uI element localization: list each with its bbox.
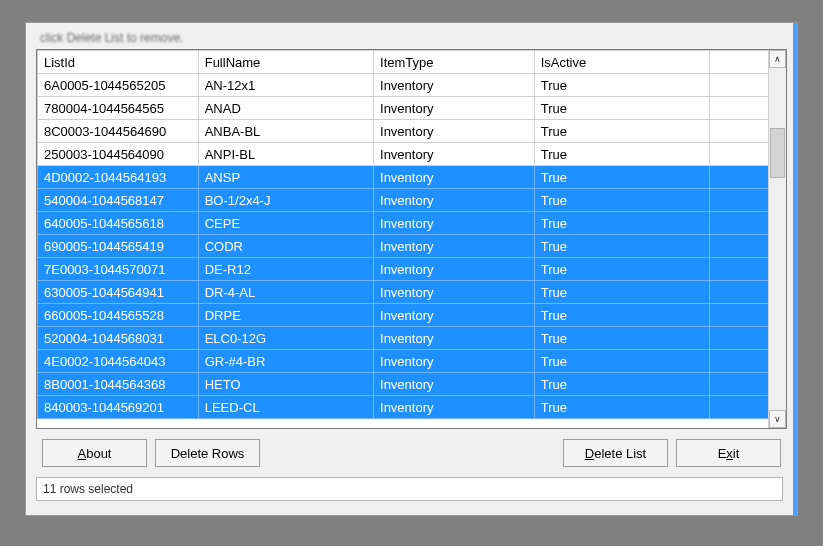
cell-itemtype[interactable]: Inventory	[374, 189, 535, 212]
cell-isactive[interactable]: True	[534, 258, 709, 281]
scroll-up-button[interactable]: ∧	[769, 50, 786, 68]
cell-spacer	[710, 281, 768, 304]
delete-rows-button[interactable]: Delete Rows	[155, 439, 260, 467]
table-row[interactable]: 690005-1044565419CODRInventoryTrue	[38, 235, 769, 258]
window-accent-bar	[793, 23, 797, 515]
cell-itemtype[interactable]: Inventory	[374, 74, 535, 97]
cell-listid[interactable]: 8C0003-1044564690	[38, 120, 199, 143]
col-header-fullname[interactable]: FullName	[198, 51, 373, 74]
exit-button[interactable]: Exit	[676, 439, 781, 467]
cell-listid[interactable]: 690005-1044565419	[38, 235, 199, 258]
about-label: bout	[86, 446, 111, 461]
cell-listid[interactable]: 4E0002-1044564043	[38, 350, 199, 373]
cell-fullname[interactable]: DE-R12	[198, 258, 373, 281]
items-table[interactable]: ListId FullName ItemType IsActive 6A0005…	[37, 50, 768, 419]
col-header-listid[interactable]: ListId	[38, 51, 199, 74]
cell-spacer	[710, 166, 768, 189]
cell-listid[interactable]: 640005-1044565618	[38, 212, 199, 235]
cell-listid[interactable]: 4D0002-1044564193	[38, 166, 199, 189]
cell-isactive[interactable]: True	[534, 166, 709, 189]
cell-itemtype[interactable]: Inventory	[374, 281, 535, 304]
cell-fullname[interactable]: HETO	[198, 373, 373, 396]
cell-itemtype[interactable]: Inventory	[374, 304, 535, 327]
about-button[interactable]: About	[42, 439, 147, 467]
cell-isactive[interactable]: True	[534, 97, 709, 120]
cell-isactive[interactable]: True	[534, 143, 709, 166]
cell-listid[interactable]: 840003-1044569201	[38, 396, 199, 419]
cell-isactive[interactable]: True	[534, 120, 709, 143]
cell-fullname[interactable]: AN-12x1	[198, 74, 373, 97]
cell-isactive[interactable]: True	[534, 327, 709, 350]
cell-isactive[interactable]: True	[534, 304, 709, 327]
table-row[interactable]: 640005-1044565618CEPEInventoryTrue	[38, 212, 769, 235]
cell-itemtype[interactable]: Inventory	[374, 258, 535, 281]
cell-isactive[interactable]: True	[534, 350, 709, 373]
col-header-spacer	[710, 51, 768, 74]
cell-fullname[interactable]: ANAD	[198, 97, 373, 120]
cell-itemtype[interactable]: Inventory	[374, 143, 535, 166]
delete-list-label: elete List	[594, 446, 646, 461]
cell-itemtype[interactable]: Inventory	[374, 212, 535, 235]
table-row[interactable]: 8B0001-1044564368HETOInventoryTrue	[38, 373, 769, 396]
cell-listid[interactable]: 6A0005-1044565205	[38, 74, 199, 97]
cell-listid[interactable]: 660005-1044565528	[38, 304, 199, 327]
cell-isactive[interactable]: True	[534, 189, 709, 212]
cell-itemtype[interactable]: Inventory	[374, 373, 535, 396]
cell-isactive[interactable]: True	[534, 212, 709, 235]
col-header-isactive[interactable]: IsActive	[534, 51, 709, 74]
scroll-track[interactable]	[769, 68, 786, 410]
cell-itemtype[interactable]: Inventory	[374, 327, 535, 350]
table-row[interactable]: 660005-1044565528DRPEInventoryTrue	[38, 304, 769, 327]
cell-fullname[interactable]: CODR	[198, 235, 373, 258]
cell-listid[interactable]: 630005-1044564941	[38, 281, 199, 304]
table-row[interactable]: 4D0002-1044564193ANSPInventoryTrue	[38, 166, 769, 189]
col-header-itemtype[interactable]: ItemType	[374, 51, 535, 74]
cell-listid[interactable]: 520004-1044568031	[38, 327, 199, 350]
table-row[interactable]: 250003-1044564090ANPI-BLInventoryTrue	[38, 143, 769, 166]
delete-list-button[interactable]: Delete List	[563, 439, 668, 467]
cell-fullname[interactable]: DRPE	[198, 304, 373, 327]
cell-listid[interactable]: 8B0001-1044564368	[38, 373, 199, 396]
cell-fullname[interactable]: BO-1/2x4-J	[198, 189, 373, 212]
cell-itemtype[interactable]: Inventory	[374, 350, 535, 373]
cell-isactive[interactable]: True	[534, 396, 709, 419]
cell-fullname[interactable]: ANSP	[198, 166, 373, 189]
cell-itemtype[interactable]: Inventory	[374, 97, 535, 120]
cell-listid[interactable]: 250003-1044564090	[38, 143, 199, 166]
table-row[interactable]: 630005-1044564941DR-4-ALInventoryTrue	[38, 281, 769, 304]
cell-listid[interactable]: 780004-1044564565	[38, 97, 199, 120]
cell-fullname[interactable]: DR-4-AL	[198, 281, 373, 304]
table-row[interactable]: 7E0003-1044570071DE-R12InventoryTrue	[38, 258, 769, 281]
table-row[interactable]: 6A0005-1044565205AN-12x1InventoryTrue	[38, 74, 769, 97]
cell-spacer	[710, 373, 768, 396]
table-row[interactable]: 840003-1044569201LEED-CLInventoryTrue	[38, 396, 769, 419]
scroll-down-button[interactable]: ∨	[769, 410, 786, 428]
cell-fullname[interactable]: GR-#4-BR	[198, 350, 373, 373]
cell-itemtype[interactable]: Inventory	[374, 166, 535, 189]
cell-itemtype[interactable]: Inventory	[374, 120, 535, 143]
table-row[interactable]: 540004-1044568147BO-1/2x4-JInventoryTrue	[38, 189, 769, 212]
cell-isactive[interactable]: True	[534, 74, 709, 97]
cell-listid[interactable]: 7E0003-1044570071	[38, 258, 199, 281]
table-row[interactable]: 4E0002-1044564043GR-#4-BRInventoryTrue	[38, 350, 769, 373]
cell-listid[interactable]: 540004-1044568147	[38, 189, 199, 212]
vertical-scrollbar[interactable]: ∧ ∨	[768, 50, 786, 428]
cell-isactive[interactable]: True	[534, 235, 709, 258]
cell-fullname[interactable]: CEPE	[198, 212, 373, 235]
cell-fullname[interactable]: ANPI-BL	[198, 143, 373, 166]
cell-isactive[interactable]: True	[534, 373, 709, 396]
cell-spacer	[710, 120, 768, 143]
cell-spacer	[710, 235, 768, 258]
instruction-text: click Delete List to remove.	[36, 31, 787, 49]
cell-itemtype[interactable]: Inventory	[374, 396, 535, 419]
scroll-thumb[interactable]	[770, 128, 785, 178]
cell-fullname[interactable]: ANBA-BL	[198, 120, 373, 143]
table-row[interactable]: 780004-1044564565ANADInventoryTrue	[38, 97, 769, 120]
cell-itemtype[interactable]: Inventory	[374, 235, 535, 258]
cell-fullname[interactable]: LEED-CL	[198, 396, 373, 419]
dialog-window: click Delete List to remove. ListId Full…	[25, 22, 798, 516]
cell-isactive[interactable]: True	[534, 281, 709, 304]
table-row[interactable]: 8C0003-1044564690ANBA-BLInventoryTrue	[38, 120, 769, 143]
cell-fullname[interactable]: ELC0-12G	[198, 327, 373, 350]
table-row[interactable]: 520004-1044568031ELC0-12GInventoryTrue	[38, 327, 769, 350]
